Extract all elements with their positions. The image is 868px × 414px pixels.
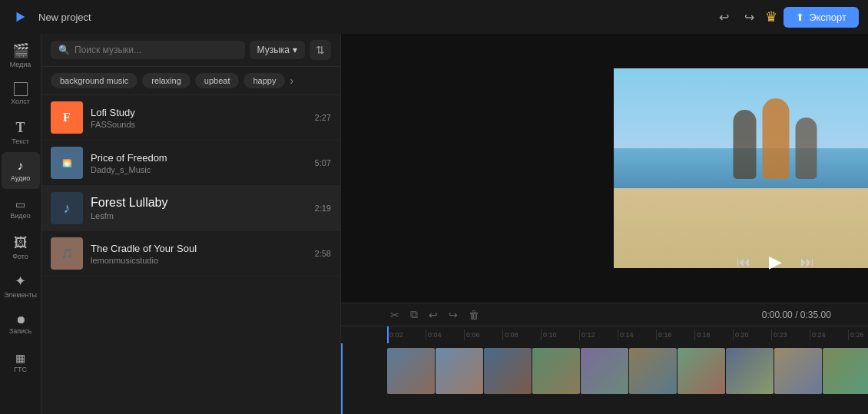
sidebar-label-media: Медиа — [10, 61, 31, 68]
app-logo — [9, 6, 31, 28]
ruler-mark: 0:06 — [464, 330, 502, 340]
video-icon: ▭ — [15, 198, 25, 210]
sidebar-item-audio[interactable]: ♪ Аудио — [2, 152, 40, 189]
track-name: Forest Lullaby — [91, 196, 307, 210]
film-frame[interactable] — [726, 348, 774, 394]
track-duration: 2:27 — [315, 113, 331, 122]
dropdown-label: Музыка — [257, 45, 290, 55]
film-frame[interactable] — [387, 348, 435, 394]
track-artist: Daddy_s_Music — [91, 165, 307, 174]
sidebar-label-tts: ГТС — [14, 366, 27, 373]
media-icon: 🎬 — [12, 42, 29, 59]
film-frame[interactable] — [774, 348, 822, 394]
track-list: F Lofi Study FASSounds 2:27 🌅 Price of F… — [41, 95, 340, 414]
ruler-mark: 0:24 — [810, 330, 848, 340]
tags-bar: background music relaxing upbeat happy › — [41, 67, 340, 95]
track-info: Price of Freedom Daddy_s_Music — [91, 152, 307, 174]
track-duration: 5:07 — [315, 158, 331, 167]
sidebar: 🎬 Медиа Холст T Текст ♪ Аудио ▭ Видео 🖼 … — [0, 34, 41, 414]
playhead — [341, 343, 343, 414]
export-button[interactable]: ⬆ Экспорт — [784, 7, 859, 28]
undo-tl-button[interactable]: ↩ — [426, 307, 441, 323]
topbar-actions: ↩ ↪ ♛ ⬆ Экспорт — [714, 7, 859, 28]
tag-upbeat[interactable]: upbeat — [195, 73, 240, 88]
track-item[interactable]: 🌅 Price of Freedom Daddy_s_Music 5:07 — [41, 141, 340, 186]
track-item[interactable]: F Lofi Study FASSounds 2:27 — [41, 95, 340, 141]
sidebar-item-photo[interactable]: 🖼 Фото — [2, 229, 40, 266]
tag-background-music[interactable]: background music — [51, 73, 137, 88]
track-artist: FASSounds — [91, 120, 307, 129]
cut-button[interactable]: ✂ — [387, 307, 403, 323]
search-box[interactable]: 🔍 — [51, 41, 245, 59]
delete-button[interactable]: 🗑 — [465, 307, 482, 323]
tag-relaxing[interactable]: relaxing — [142, 73, 190, 88]
main-content: 🎬 Медиа Холст T Текст ♪ Аудио ▭ Видео 🖼 … — [0, 34, 868, 414]
track-thumbnail: 🌅 — [51, 147, 83, 179]
track-item-active[interactable]: ♪ Forest Lullaby Lesfm 2:19 — [41, 186, 340, 231]
tags-more-icon[interactable]: › — [290, 75, 293, 87]
film-frame[interactable] — [484, 348, 532, 394]
sidebar-item-record[interactable]: ⏺ Запись — [2, 306, 40, 343]
ruler-mark: 0:20 — [733, 330, 771, 340]
sidebar-item-video[interactable]: ▭ Видео — [2, 190, 40, 227]
record-icon: ⏺ — [15, 313, 26, 326]
film-frame[interactable] — [581, 348, 628, 394]
timeline-track[interactable] — [341, 343, 868, 414]
sidebar-label-audio: Аудио — [11, 174, 30, 182]
track-duration: 2:58 — [315, 249, 331, 258]
ruler-mark: 0:02 — [387, 330, 426, 340]
track-info: The Cradle of Your Soul lemonmusicstudio — [91, 243, 307, 265]
track-artist: lemonmusicstudio — [91, 256, 307, 265]
audio-panel: 🔍 Музыка ▾ ⇅ background music relaxing u… — [41, 34, 341, 414]
film-frame[interactable] — [629, 348, 677, 394]
search-input[interactable] — [75, 45, 237, 55]
sidebar-item-elements[interactable]: ✦ Элементы — [2, 267, 40, 304]
canvas-icon — [14, 82, 28, 96]
film-frame[interactable] — [532, 348, 580, 394]
project-title: New project — [38, 12, 714, 23]
film-frame[interactable] — [436, 348, 483, 394]
timeline-ruler: 0:02 0:04 0:06 0:08 0:10 0:12 0:14 0:16 … — [341, 326, 868, 343]
track-item[interactable]: 🎵 The Cradle of Your Soul lemonmusicstud… — [41, 231, 340, 277]
timeline-time: 0:00.00 / 0:35.00 — [487, 310, 868, 320]
skip-forward-button[interactable]: ⏭ — [800, 254, 814, 270]
track-duration: 2:19 — [315, 204, 331, 213]
ruler-mark: 0:23 — [771, 330, 810, 340]
sidebar-item-tts[interactable]: ▦ ГТС — [2, 344, 40, 381]
copy-button[interactable]: ⧉ — [407, 306, 421, 323]
video-controls: ⏮ ▶ ⏭ — [737, 252, 814, 272]
music-dropdown[interactable]: Музыка ▾ — [250, 41, 305, 59]
film-frame[interactable] — [823, 348, 868, 394]
film-frame[interactable] — [678, 348, 725, 394]
sidebar-label-text: Текст — [12, 137, 29, 145]
undo-button[interactable]: ↩ — [714, 7, 734, 28]
sidebar-label-photo: Фото — [12, 253, 28, 260]
video-canvas — [614, 68, 868, 268]
sidebar-item-text[interactable]: T Текст — [2, 114, 40, 151]
sidebar-item-canvas[interactable]: Холст — [2, 75, 40, 112]
text-icon: T — [15, 120, 25, 136]
playhead-top — [387, 326, 389, 343]
search-bar: 🔍 Музыка ▾ ⇅ — [41, 34, 340, 67]
photo-icon: 🖼 — [14, 235, 28, 251]
track-thumbnail: F — [51, 101, 83, 134]
sidebar-item-media[interactable]: 🎬 Медиа — [2, 37, 40, 74]
export-icon: ⬆ — [796, 12, 804, 23]
timeline-toolbar: ✂ ⧉ ↩ ↪ 🗑 0:00.00 / 0:35.00 ⊡ ⊞ − + ⇔ — [341, 303, 868, 326]
export-label: Экспорт — [809, 12, 846, 23]
film-strip — [387, 348, 868, 394]
track-thumbnail: 🎵 — [51, 237, 83, 270]
sidebar-label-canvas: Холст — [11, 98, 30, 105]
skip-back-button[interactable]: ⏮ — [737, 254, 750, 270]
filter-button[interactable]: ⇅ — [310, 40, 331, 60]
play-button[interactable]: ▶ — [769, 252, 782, 272]
tag-happy[interactable]: happy — [244, 73, 285, 88]
redo-tl-button[interactable]: ↪ — [446, 307, 461, 323]
sidebar-label-record: Запись — [9, 327, 32, 335]
track-name: The Cradle of Your Soul — [91, 243, 307, 254]
track-info: Lofi Study FASSounds — [91, 107, 307, 129]
ruler-mark: 0:26 — [848, 330, 868, 340]
elements-icon: ✦ — [15, 273, 26, 290]
sidebar-label-video: Видео — [10, 212, 30, 220]
redo-button[interactable]: ↪ — [740, 7, 759, 28]
